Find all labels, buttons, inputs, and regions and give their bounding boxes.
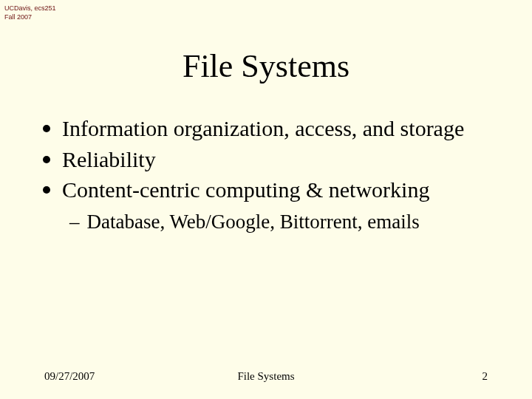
bullet-item: Reliability (43, 146, 502, 174)
content-area: Information organization, access, and st… (43, 115, 502, 235)
course-header-line2: Fall 2007 (4, 13, 56, 22)
sub-bullet-item: – Database, Web/Google, Bittorrent, emai… (69, 208, 502, 235)
bullet-icon (43, 125, 50, 132)
bullet-text: Reliability (62, 146, 502, 174)
footer: 09/27/2007 File Systems 2 (0, 370, 532, 383)
footer-date: 09/27/2007 (44, 370, 95, 383)
bullet-item: Information organization, access, and st… (43, 115, 502, 143)
footer-page-number: 2 (482, 370, 488, 383)
bullet-text: Content-centric computing & networking (62, 176, 502, 204)
sub-bullet-text: Database, Web/Google, Bittorrent, emails (87, 208, 420, 235)
course-header-line1: UCDavis, ecs251 (4, 4, 56, 13)
footer-topic: File Systems (237, 370, 294, 383)
dash-icon: – (69, 208, 80, 235)
bullet-item: Content-centric computing & networking (43, 176, 502, 204)
slide-title: File Systems (0, 47, 532, 85)
bullet-icon (43, 186, 50, 194)
bullet-icon (43, 156, 50, 163)
course-header: UCDavis, ecs251 Fall 2007 (4, 4, 56, 21)
bullet-text: Information organization, access, and st… (62, 115, 502, 143)
